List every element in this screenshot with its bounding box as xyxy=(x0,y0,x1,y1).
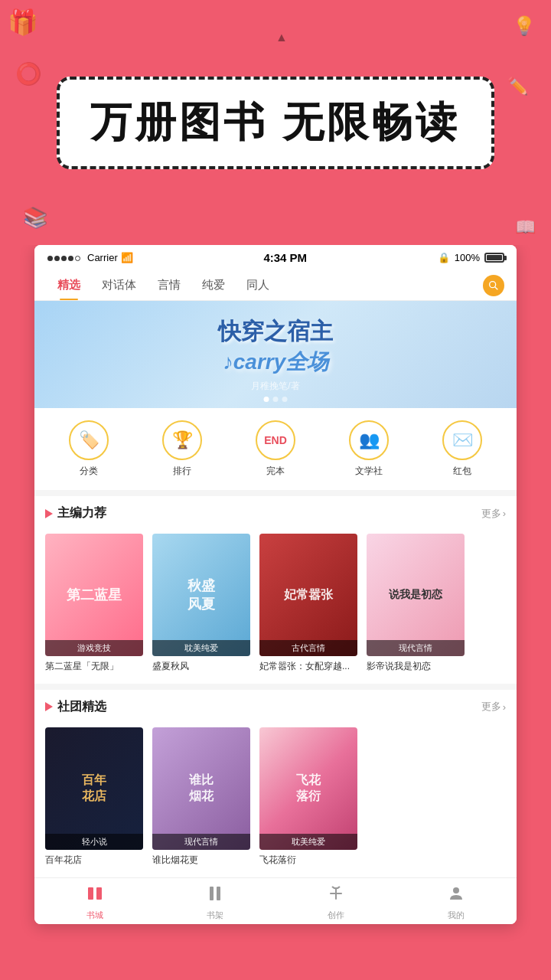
search-button[interactable] xyxy=(483,275,504,296)
club-section-header: 社团精选 更多 › xyxy=(34,690,517,721)
club-book-tag-1: 轻小说 xyxy=(45,834,143,850)
redpacket-label: 红包 xyxy=(453,465,471,478)
club-book-cover-img-3: 飞花落衍 xyxy=(259,727,357,850)
book-cover-img-3: 妃常嚣张 xyxy=(259,534,357,656)
nav-tabs: 精选 对话体 言情 纯爱 同人 xyxy=(34,270,517,301)
tab-featured[interactable]: 精选 xyxy=(47,270,91,300)
book-tag-2: 耽美纯爱 xyxy=(152,640,250,656)
divider-2 xyxy=(34,684,517,690)
club-section-arrow-icon xyxy=(45,702,53,711)
book-title-1: 第二蓝星「无限」 xyxy=(45,660,143,673)
bookshelf-label: 书架 xyxy=(207,910,223,921)
editor-more-button[interactable]: 更多 › xyxy=(481,507,506,521)
banner-author: 月稚挽笔/著 xyxy=(218,380,333,393)
literary-icon-circle: 👥 xyxy=(349,420,389,460)
book-tag-1: 游戏竞技 xyxy=(45,640,143,656)
tab-pure-love[interactable]: 纯爱 xyxy=(191,270,236,300)
divider-1 xyxy=(34,490,517,496)
club-section-title: 社团精选 xyxy=(45,699,106,715)
ranking-label: 排行 xyxy=(173,465,191,478)
book-title-3: 妃常嚣张：女配穿越... xyxy=(259,660,357,673)
list-item[interactable]: 妃常嚣张 古代言情 妃常嚣张：女配穿越... xyxy=(259,534,357,673)
club-more-label: 更多 xyxy=(481,700,501,714)
club-book-cover-img-1: 百年花店 xyxy=(45,727,143,850)
list-item[interactable]: 第二蓝星 游戏竞技 第二蓝星「无限」 xyxy=(45,534,143,673)
editor-section-header: 主编力荐 更多 › xyxy=(34,496,517,528)
book-title-2: 盛夏秋风 xyxy=(152,660,250,673)
phone-frame: Carrier 📶 4:34 PM 🔒 100% 精选 对话体 言情 纯爱 同人… xyxy=(34,245,517,924)
banner-content: 快穿之宿主 ♪carry全场 月稚挽笔/著 xyxy=(218,316,333,393)
completed-label: 完本 xyxy=(266,465,285,478)
list-item[interactable]: 百年花店 轻小说 百年花店 xyxy=(45,727,143,867)
banner-dot-1 xyxy=(264,397,269,402)
battery-icon xyxy=(484,253,504,263)
svg-rect-3 xyxy=(96,887,102,900)
club-book-cover-img-2: 谁比烟花 xyxy=(152,727,250,850)
ranking-icon-circle: 🏆 xyxy=(162,420,202,460)
profile-label: 我的 xyxy=(448,910,465,921)
club-book-tag-2: 现代言情 xyxy=(152,834,250,850)
banner-dot-3 xyxy=(282,397,288,402)
bottom-nav-profile[interactable]: 我的 xyxy=(433,884,479,921)
deco-book-icon-left: 📚 xyxy=(23,206,47,230)
battery-label: 100% xyxy=(455,252,480,263)
bottom-nav-create[interactable]: 创作 xyxy=(313,884,359,921)
status-bar: Carrier 📶 4:34 PM 🔒 100% xyxy=(34,245,517,270)
quick-icon-literary[interactable]: 👥 文学社 xyxy=(349,420,389,478)
club-title-text: 社团精选 xyxy=(57,699,106,715)
book-cover-2: 秋盛风夏 耽美纯爱 xyxy=(152,534,250,656)
tab-romance[interactable]: 言情 xyxy=(147,270,191,300)
status-time: 4:34 PM xyxy=(263,251,307,264)
tab-fanfic[interactable]: 同人 xyxy=(236,270,280,300)
editor-section-title: 主编力荐 xyxy=(45,505,106,521)
quick-icons: 🏷️ 分类 🏆 排行 END 完本 👥 文学社 ✉️ 红包 xyxy=(34,408,517,490)
book-cover-1: 第二蓝星 游戏竞技 xyxy=(45,534,143,656)
lock-icon: 🔒 xyxy=(438,252,450,263)
carrier-label: Carrier xyxy=(87,252,118,263)
club-book-title-1: 百年花店 xyxy=(45,854,143,867)
svg-point-6 xyxy=(453,887,459,893)
book-cover-img-4: 说我是初恋 xyxy=(367,534,465,656)
status-right: 🔒 100% xyxy=(438,252,504,263)
bottom-nav-bookshelf[interactable]: 书架 xyxy=(192,884,238,921)
editor-more-chevron: › xyxy=(503,508,506,519)
top-banner-box: 万册图书 无限畅读 xyxy=(57,77,494,169)
battery-fill xyxy=(487,255,502,260)
list-item[interactable]: 飞花落衍 耽美纯爱 飞花落衍 xyxy=(259,727,357,867)
list-item[interactable]: 谁比烟花 现代言情 谁比烟花更 xyxy=(152,727,250,867)
bottom-nav-bookstore[interactable]: 书城 xyxy=(72,884,118,921)
quick-icon-redpacket[interactable]: ✉️ 红包 xyxy=(442,420,482,478)
wifi-icon: 📶 xyxy=(121,252,133,263)
quick-icon-category[interactable]: 🏷️ 分类 xyxy=(69,420,109,478)
svg-rect-4 xyxy=(210,887,214,900)
svg-point-0 xyxy=(490,281,496,287)
deco-pencil-icon: ✏️ xyxy=(507,77,528,96)
deco-lamp-icon: 💡 xyxy=(513,15,536,37)
create-label: 创作 xyxy=(328,910,344,921)
profile-icon xyxy=(447,884,465,907)
book-tag-3: 古代言情 xyxy=(259,640,357,656)
editor-more-label: 更多 xyxy=(481,507,501,521)
book-cover-img-1: 第二蓝星 xyxy=(45,534,143,656)
deco-book-icon-right: 📖 xyxy=(515,217,536,237)
category-label: 分类 xyxy=(80,465,98,478)
list-item[interactable]: 说我是初恋 现代言情 影帝说我是初恋 xyxy=(367,534,465,673)
club-book-title-3: 飞花落衍 xyxy=(259,854,357,867)
svg-line-1 xyxy=(495,286,498,289)
svg-rect-5 xyxy=(217,887,220,900)
completed-icon-circle: END xyxy=(256,420,295,460)
editor-title-text: 主编力荐 xyxy=(57,505,106,521)
banner-slider[interactable]: 快穿之宿主 ♪carry全场 月稚挽笔/著 xyxy=(34,301,517,408)
list-item[interactable]: 秋盛风夏 耽美纯爱 盛夏秋风 xyxy=(152,534,250,673)
editor-book-grid: 第二蓝星 游戏竞技 第二蓝星「无限」 秋盛风夏 耽美纯爱 盛夏秋风 妃常嚣张 古… xyxy=(34,528,517,684)
club-book-grid: 百年花店 轻小说 百年花店 谁比烟花 现代言情 谁比烟花更 飞花落衍 耽美纯爱 xyxy=(34,721,517,877)
club-more-button[interactable]: 更多 › xyxy=(481,700,506,714)
top-banner: 🎁 💡 ⭕ ✏️ 📚 📖 ▲ 万册图书 无限畅读 xyxy=(0,0,551,245)
tab-dialogue[interactable]: 对话体 xyxy=(91,270,147,300)
club-book-tag-3: 耽美纯爱 xyxy=(259,834,357,850)
quick-icon-ranking[interactable]: 🏆 排行 xyxy=(162,420,202,478)
bookshelf-icon xyxy=(206,884,224,907)
quick-icon-completed[interactable]: END 完本 xyxy=(256,420,295,478)
bottom-nav: 书城 书架 创作 xyxy=(34,877,517,924)
literary-label: 文学社 xyxy=(355,465,383,478)
